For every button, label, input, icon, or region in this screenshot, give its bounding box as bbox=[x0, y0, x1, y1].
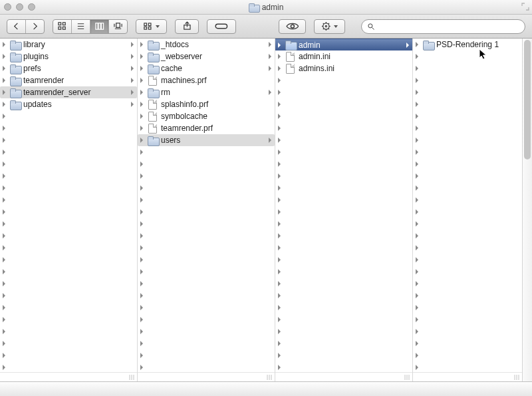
disclosure-icon bbox=[414, 305, 420, 310]
list-item[interactable]: users bbox=[138, 134, 275, 146]
share-button[interactable] bbox=[175, 19, 200, 34]
disclosure-icon bbox=[414, 365, 420, 370]
list-item[interactable]: _webserver bbox=[138, 50, 275, 62]
empty-row bbox=[413, 254, 522, 266]
search-field[interactable] bbox=[361, 19, 525, 34]
empty-row bbox=[275, 302, 412, 314]
list-item[interactable]: library bbox=[0, 39, 137, 50]
empty-row bbox=[138, 314, 275, 326]
vertical-scrollbar[interactable] bbox=[522, 39, 532, 381]
empty-row bbox=[413, 110, 522, 122]
empty-row bbox=[413, 194, 522, 206]
view-columns-button[interactable] bbox=[90, 19, 109, 34]
window-zoom-button[interactable] bbox=[28, 3, 35, 11]
disclosure-icon bbox=[1, 90, 7, 95]
disclosure-icon bbox=[139, 245, 144, 250]
folder-icon bbox=[422, 41, 434, 49]
empty-row bbox=[413, 182, 522, 194]
folder-icon bbox=[9, 41, 21, 49]
disclosure-icon bbox=[139, 114, 144, 119]
column-resize-handle[interactable] bbox=[413, 372, 522, 381]
folder-icon bbox=[9, 76, 21, 85]
list-item[interactable]: machines.prf bbox=[138, 74, 275, 86]
list-item[interactable]: prefs bbox=[0, 62, 137, 74]
empty-row bbox=[138, 146, 275, 158]
disclosure-icon bbox=[277, 197, 282, 203]
nav-back-button[interactable] bbox=[7, 19, 26, 34]
empty-row bbox=[275, 146, 412, 158]
fullscreen-icon[interactable] bbox=[521, 3, 529, 11]
folder-icon bbox=[9, 64, 21, 73]
disclosure-icon bbox=[139, 281, 144, 286]
chevron-right-icon bbox=[268, 40, 272, 49]
window-controls bbox=[4, 3, 35, 11]
column-3: PSD-Rendering 1 bbox=[413, 39, 522, 381]
tag-button[interactable] bbox=[207, 19, 236, 34]
empty-row bbox=[413, 242, 522, 254]
view-coverflow-button[interactable] bbox=[109, 19, 128, 34]
list-item[interactable]: splashinfo.prf bbox=[138, 98, 275, 110]
window-close-button[interactable] bbox=[4, 3, 11, 11]
empty-row bbox=[0, 110, 137, 122]
list-item[interactable]: teamrender bbox=[0, 74, 137, 86]
empty-row bbox=[275, 194, 412, 206]
quicklook-button[interactable] bbox=[279, 19, 307, 34]
svg-line-27 bbox=[323, 23, 324, 24]
disclosure-icon bbox=[277, 185, 282, 191]
search-input[interactable] bbox=[379, 22, 519, 31]
chevron-right-icon bbox=[130, 40, 134, 49]
window-minimize-button[interactable] bbox=[16, 3, 23, 11]
empty-row bbox=[138, 194, 275, 206]
disclosure-icon bbox=[1, 126, 7, 131]
column-resize-handle[interactable] bbox=[0, 372, 137, 381]
list-item[interactable]: updates bbox=[0, 98, 137, 110]
disclosure-icon bbox=[277, 365, 282, 370]
arrange-menu-button[interactable] bbox=[136, 19, 167, 34]
view-list-button[interactable] bbox=[72, 19, 90, 34]
empty-row bbox=[275, 134, 412, 146]
empty-row bbox=[413, 86, 522, 98]
disclosure-icon bbox=[1, 102, 7, 107]
list-item[interactable]: teamrender.prf bbox=[138, 122, 275, 134]
folder-icon bbox=[147, 52, 158, 61]
folder-icon bbox=[285, 41, 296, 49]
empty-row bbox=[413, 326, 522, 338]
list-item[interactable]: PSD-Rendering 1 bbox=[413, 39, 522, 50]
action-menu-button[interactable] bbox=[314, 19, 345, 34]
disclosure-icon bbox=[414, 161, 420, 167]
view-icon-button[interactable] bbox=[53, 19, 72, 34]
list-item-label: teamrender bbox=[23, 76, 64, 85]
disclosure-icon bbox=[139, 138, 144, 143]
list-item[interactable]: admin.ini bbox=[275, 50, 412, 62]
empty-row bbox=[275, 86, 412, 98]
empty-row bbox=[413, 206, 522, 218]
scrollbar-thumb[interactable] bbox=[524, 40, 531, 159]
disclosure-icon bbox=[414, 54, 420, 59]
list-item[interactable]: symbolcache bbox=[138, 110, 275, 122]
list-item[interactable]: cache bbox=[138, 62, 275, 74]
empty-row bbox=[0, 194, 137, 206]
disclosure-icon bbox=[139, 102, 144, 107]
empty-row bbox=[413, 278, 522, 290]
disclosure-icon bbox=[414, 209, 420, 215]
column-resize-handle[interactable] bbox=[138, 372, 275, 381]
list-item[interactable]: rm bbox=[138, 86, 275, 98]
list-item[interactable]: admin bbox=[275, 39, 412, 50]
folder-icon bbox=[9, 52, 21, 61]
list-item[interactable]: teamrender_server bbox=[0, 86, 137, 98]
empty-row bbox=[0, 170, 137, 182]
disclosure-icon bbox=[139, 353, 144, 358]
disclosure-icon bbox=[139, 317, 144, 322]
disclosure-icon bbox=[1, 209, 7, 215]
disclosure-icon bbox=[1, 353, 7, 358]
disclosure-icon bbox=[139, 126, 144, 131]
column-resize-handle[interactable] bbox=[275, 372, 412, 381]
empty-row bbox=[275, 266, 412, 278]
list-item-label: teamrender_server bbox=[23, 88, 90, 97]
disclosure-icon bbox=[414, 126, 420, 131]
chevron-right-icon bbox=[406, 41, 410, 50]
nav-forward-button[interactable] bbox=[26, 19, 45, 34]
list-item[interactable]: _htdocs bbox=[138, 39, 275, 50]
list-item[interactable]: plugins bbox=[0, 50, 137, 62]
list-item[interactable]: admins.ini bbox=[275, 62, 412, 74]
